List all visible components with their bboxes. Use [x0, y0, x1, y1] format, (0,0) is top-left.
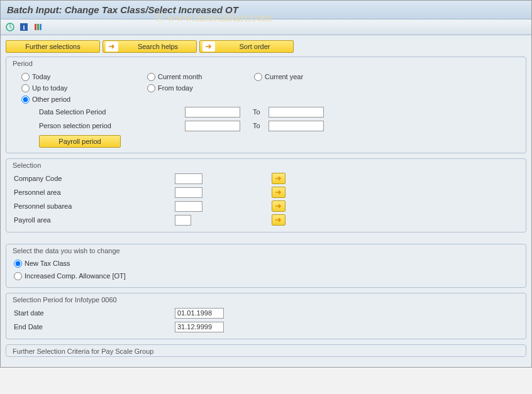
company-code-multiselect-button[interactable]: [272, 173, 285, 184]
infotype-period-group: Selection Period for Infotype 0060 Start…: [6, 293, 526, 339]
company-code-input[interactable]: [175, 173, 202, 184]
search-helps-label: Search helps: [122, 43, 194, 50]
search-helps-button[interactable]: Search helps: [103, 40, 197, 53]
radio-current-month[interactable]: [147, 73, 155, 81]
change-data-group: Select the data you wish to change New T…: [6, 244, 526, 288]
radio-current-year[interactable]: [254, 73, 262, 81]
to-label-2: To: [240, 122, 269, 129]
app-toolbar: i: [1, 19, 531, 35]
selection-title: Selection: [11, 161, 521, 169]
payroll-area-multiselect-button[interactable]: [272, 214, 285, 226]
to-label-1: To: [240, 108, 269, 116]
info-icon[interactable]: i: [18, 21, 30, 33]
opt-from-today-label: From today: [158, 84, 193, 92]
opt-current-month-label: Current month: [158, 73, 202, 80]
opt-up-to-today-label: Up to today: [32, 84, 67, 92]
radio-from-today[interactable]: [147, 84, 155, 92]
personnel-subarea-multiselect-button[interactable]: [272, 200, 285, 212]
period-title: Period: [11, 60, 521, 67]
start-date-input[interactable]: 01.01.1998: [175, 308, 224, 319]
further-criteria-title: Further Selection Criteria for Pay Scale…: [11, 347, 521, 355]
personnel-subarea-input[interactable]: [175, 201, 202, 212]
data-selection-from-input[interactable]: [185, 107, 240, 118]
further-criteria-group: Further Selection Criteria for Pay Scale…: [6, 344, 526, 357]
variant-icon[interactable]: [32, 21, 43, 33]
change-data-title: Select the data you wish to change: [11, 247, 521, 254]
payroll-area-label: Payroll area: [11, 216, 175, 224]
opt-other-period-label: Other period: [32, 96, 70, 103]
selection-group: Selection Company Code Personnel area Pe…: [6, 158, 526, 233]
period-group: Period Today Current month Current year …: [6, 57, 526, 153]
payroll-period-label: Payroll period: [42, 138, 118, 145]
sort-order-button[interactable]: Sort order: [199, 40, 294, 53]
end-date-value: 31.12.9999: [175, 322, 214, 332]
end-date-input[interactable]: 31.12.9999: [175, 322, 224, 332]
arrow-right-icon: [106, 41, 118, 52]
end-date-label: End Date: [11, 323, 175, 331]
further-selections-button[interactable]: Further selections: [6, 40, 100, 53]
person-selection-from-input[interactable]: [185, 121, 240, 131]
radio-new-tax-class[interactable]: [14, 260, 22, 268]
start-date-label: Start date: [11, 309, 175, 317]
svg-rect-7: [40, 24, 42, 30]
svg-line-2: [10, 27, 12, 28]
personnel-area-label: Personnel area: [11, 189, 175, 196]
start-date-value: 01.01.1998: [175, 309, 214, 318]
personnel-area-input[interactable]: [175, 187, 202, 198]
radio-increased-ot[interactable]: [14, 272, 22, 280]
payroll-area-input[interactable]: [175, 215, 191, 226]
arrow-right-icon: [275, 175, 282, 182]
top-button-row: Further selections Search helps Sort ord…: [6, 40, 526, 53]
opt-increased-label: Increased Comp. Allowance [OT]: [25, 272, 126, 280]
opt-current-year-label: Current year: [265, 73, 303, 80]
svg-rect-6: [37, 24, 39, 30]
execute-icon[interactable]: [4, 21, 16, 33]
arrow-right-icon: [202, 41, 215, 52]
personnel-area-multiselect-button[interactable]: [272, 187, 285, 198]
page-title: Batch Input: Change Tax Class/Select Inc…: [7, 4, 238, 15]
further-selections-label: Further selections: [9, 43, 97, 50]
data-selection-to-input[interactable]: [269, 107, 324, 118]
opt-today-label: Today: [32, 73, 50, 80]
company-code-label: Company Code: [11, 175, 175, 182]
infotype-period-title: Selection Period for Infotype 0060: [11, 296, 521, 304]
svg-text:i: i: [23, 23, 25, 31]
title-bar: Batch Input: Change Tax Class/Select Inc…: [1, 1, 531, 19]
arrow-right-icon: [275, 217, 282, 223]
person-selection-period-label: Person selection period: [21, 122, 185, 129]
data-selection-period-label: Data Selection Period: [21, 108, 185, 116]
opt-new-tax-label: New Tax Class: [25, 260, 70, 267]
arrow-right-icon: [275, 203, 282, 209]
svg-rect-5: [35, 24, 36, 30]
content-area: Further selections Search helps Sort ord…: [1, 35, 531, 367]
personnel-subarea-label: Personnel subarea: [11, 202, 175, 210]
person-selection-to-input[interactable]: [269, 121, 324, 131]
radio-today[interactable]: [21, 73, 30, 81]
radio-other-period[interactable]: [21, 96, 30, 104]
arrow-right-icon: [275, 189, 282, 195]
payroll-period-button[interactable]: Payroll period: [39, 135, 121, 148]
sort-order-label: Sort order: [219, 43, 291, 50]
radio-up-to-today[interactable]: [21, 84, 30, 92]
